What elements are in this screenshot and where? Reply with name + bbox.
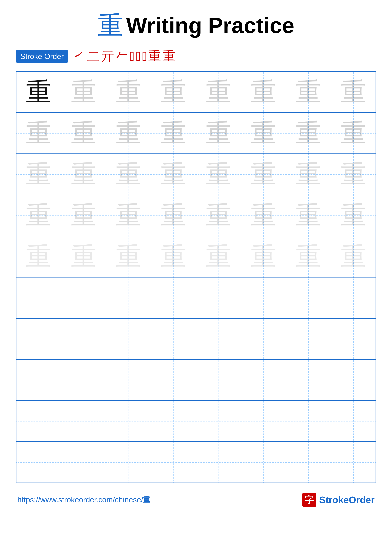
grid-cell-r3c8[interactable]: 重 (331, 154, 376, 195)
grid-cell-r1c6[interactable]: 重 (241, 72, 286, 113)
cell-char-r1c4: 重 (161, 75, 186, 109)
grid-cell-r9c6[interactable] (241, 401, 286, 442)
grid-cell-r8c4[interactable] (151, 359, 196, 401)
grid-cell-r7c2[interactable] (61, 318, 106, 359)
grid-cell-r8c2[interactable] (61, 359, 106, 401)
grid-cell-r5c2[interactable]: 重 (61, 236, 106, 277)
grid-cell-r9c1[interactable] (16, 401, 61, 442)
grid-cell-r3c2[interactable]: 重 (61, 154, 106, 195)
grid-cell-r3c3[interactable]: 重 (106, 154, 151, 195)
grid-cell-r5c5[interactable]: 重 (196, 236, 241, 277)
grid-cell-r5c6[interactable]: 重 (241, 236, 286, 277)
grid-cell-r5c1[interactable]: 重 (16, 236, 61, 277)
cell-char-r4c3: 重 (116, 198, 141, 233)
grid-cell-r8c6[interactable] (241, 359, 286, 401)
grid-cell-r10c2[interactable] (61, 442, 106, 483)
grid-cell-r2c4[interactable]: 重 (151, 113, 196, 154)
grid-cell-r2c6[interactable]: 重 (241, 113, 286, 154)
footer-url[interactable]: https://www.strokeorder.com/chinese/重 (17, 495, 151, 505)
grid-cell-r6c1[interactable] (16, 277, 61, 318)
grid-cell-r5c3[interactable]: 重 (106, 236, 151, 277)
grid-cell-r6c8[interactable] (331, 277, 376, 318)
grid-cell-r7c5[interactable] (196, 318, 241, 359)
stroke-order-badge: Stroke Order (16, 50, 68, 63)
cell-char-r4c4: 重 (161, 198, 186, 233)
cell-char-r1c1: 重 (26, 75, 51, 109)
grid-cell-r6c7[interactable] (286, 277, 331, 318)
grid-cell-r3c4[interactable]: 重 (151, 154, 196, 195)
grid-cell-r4c3[interactable]: 重 (106, 195, 151, 236)
cell-char-r5c7: 重 (296, 240, 321, 274)
grid-cell-r3c5[interactable]: 重 (196, 154, 241, 195)
grid-cell-r1c5[interactable]: 重 (196, 72, 241, 113)
grid-cell-r9c2[interactable] (61, 401, 106, 442)
grid-cell-r4c2[interactable]: 重 (61, 195, 106, 236)
cell-char-r2c4: 重 (161, 116, 186, 150)
grid-cell-r2c8[interactable]: 重 (331, 113, 376, 154)
grid-cell-r9c8[interactable] (331, 401, 376, 442)
grid-cell-r7c8[interactable] (331, 318, 376, 359)
cell-char-r4c7: 重 (296, 198, 321, 233)
grid-cell-r1c8[interactable]: 重 (331, 72, 376, 113)
grid-cell-r8c5[interactable] (196, 359, 241, 401)
grid-cell-r7c7[interactable] (286, 318, 331, 359)
grid-cell-r2c3[interactable]: 重 (106, 113, 151, 154)
grid-cell-r2c7[interactable]: 重 (286, 113, 331, 154)
grid-cell-r8c3[interactable] (106, 359, 151, 401)
cell-char-r2c6: 重 (251, 116, 276, 150)
grid-cell-r4c4[interactable]: 重 (151, 195, 196, 236)
stroke-4: 𠂉 (116, 49, 128, 64)
grid-cell-r8c8[interactable] (331, 359, 376, 401)
grid-cell-r1c7[interactable]: 重 (286, 72, 331, 113)
grid-cell-r4c6[interactable]: 重 (241, 195, 286, 236)
grid-cell-r7c6[interactable] (241, 318, 286, 359)
grid-cell-r1c2[interactable]: 重 (61, 72, 106, 113)
cell-char-r5c4: 重 (161, 240, 186, 274)
stroke-6: 𠂊 (136, 49, 141, 64)
grid-cell-r2c1[interactable]: 重 (16, 113, 61, 154)
grid-cell-r5c8[interactable]: 重 (331, 236, 376, 277)
grid-cell-r3c6[interactable]: 重 (241, 154, 286, 195)
grid-cell-r10c1[interactable] (16, 442, 61, 483)
grid-cell-r4c5[interactable]: 重 (196, 195, 241, 236)
grid-cell-r3c7[interactable]: 重 (286, 154, 331, 195)
grid-cell-r6c2[interactable] (61, 277, 106, 318)
stroke-1: ㇒ (73, 48, 86, 65)
grid-cell-r6c5[interactable] (196, 277, 241, 318)
grid-cell-r5c7[interactable]: 重 (286, 236, 331, 277)
grid-cell-r1c1[interactable]: 重 (16, 72, 61, 113)
grid-cell-r10c5[interactable] (196, 442, 241, 483)
grid-cell-r9c4[interactable] (151, 401, 196, 442)
grid-cell-r1c3[interactable]: 重 (106, 72, 151, 113)
grid-cell-r9c3[interactable] (106, 401, 151, 442)
cell-char-r4c1: 重 (26, 198, 51, 233)
grid-cell-r8c1[interactable] (16, 359, 61, 401)
cell-char-r5c6: 重 (251, 240, 276, 274)
grid-cell-r7c4[interactable] (151, 318, 196, 359)
grid-cell-r2c2[interactable]: 重 (61, 113, 106, 154)
cell-char-r3c6: 重 (251, 157, 276, 191)
grid-cell-r10c4[interactable] (151, 442, 196, 483)
grid-cell-r10c3[interactable] (106, 442, 151, 483)
grid-cell-r3c1[interactable]: 重 (16, 154, 61, 195)
page: 重 Writing Practice Stroke Order ㇒ 二 亓 𠂉 … (0, 0, 392, 555)
cell-char-r4c6: 重 (251, 198, 276, 233)
grid-cell-r7c3[interactable] (106, 318, 151, 359)
grid-cell-r10c6[interactable] (241, 442, 286, 483)
grid-cell-r7c1[interactable] (16, 318, 61, 359)
grid-cell-r9c7[interactable] (286, 401, 331, 442)
grid-cell-r4c8[interactable]: 重 (331, 195, 376, 236)
grid-cell-r1c4[interactable]: 重 (151, 72, 196, 113)
grid-cell-r4c7[interactable]: 重 (286, 195, 331, 236)
grid-cell-r6c4[interactable] (151, 277, 196, 318)
grid-cell-r5c4[interactable]: 重 (151, 236, 196, 277)
grid-cell-r4c1[interactable]: 重 (16, 195, 61, 236)
grid-cell-r8c7[interactable] (286, 359, 331, 401)
grid-cell-r2c5[interactable]: 重 (196, 113, 241, 154)
grid-cell-r6c6[interactable] (241, 277, 286, 318)
cell-char-r3c2: 重 (71, 157, 96, 191)
grid-cell-r10c8[interactable] (331, 442, 376, 483)
grid-cell-r10c7[interactable] (286, 442, 331, 483)
grid-cell-r9c5[interactable] (196, 401, 241, 442)
grid-cell-r6c3[interactable] (106, 277, 151, 318)
